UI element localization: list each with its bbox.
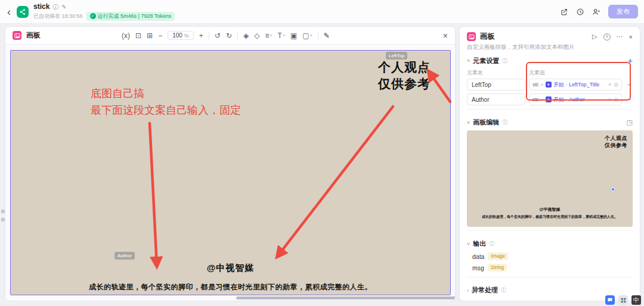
zoom-in-icon[interactable]: + [199,32,203,39]
artboard[interactable]: LeftTop 个人观点 仅供参考 底图自己搞 最下面这段文案自己输入，固定 A… [10,50,451,295]
shape-tool-icon[interactable]: ▢˅ [302,32,312,39]
bring-forward-icon[interactable]: ◇ [254,32,259,39]
type-selector[interactable]: str. ˅ [532,82,543,88]
chevron-down-icon: ˅ [310,33,312,38]
preview-headline-line2: 仅供参考 [605,142,627,149]
output-name: data [472,253,484,260]
expand-icon[interactable]: ◳ [627,118,633,126]
section-exception[interactable]: › 异常处理 ⓘ [460,281,640,297]
info-icon: ⓘ [502,118,507,126]
type-label: str. [532,82,540,88]
add-element-button[interactable]: + [628,56,633,65]
inspector-title: 画板 [480,32,495,42]
close-canvas-icon[interactable]: × [443,31,448,40]
output-item: msg String [460,262,640,273]
element-row: LeftTop str. ˅ 开始 · LeftTop_Title × ◎ − [460,79,640,90]
element-value-input[interactable]: str. ˅ 开始 · Author × ◎ [529,93,622,105]
redo-icon[interactable]: ↻ [226,32,232,39]
check-icon: ✓ [90,13,96,19]
canvas-edit-label: 画板编辑 [473,118,499,127]
section-canvas-edit[interactable]: ˅ 画板编辑 ⓘ ◳ [460,113,640,129]
back-icon[interactable]: ‹ [6,7,12,17]
type-label: str. [532,96,540,102]
column-name-label: 元素名 [467,69,529,77]
reference-value[interactable]: 开始 · LeftTop_Title [546,81,606,89]
type-selector[interactable]: str. ˅ [532,96,543,102]
chevron-down-icon: ˅ [467,241,470,247]
element-value-input[interactable]: str. ˅ 开始 · LeftTop_Title × ◎ [529,79,622,90]
artboard-caption[interactable]: 成长的轨迹里，每个坚实的脚印，都是习惯在时光里刻下的勋章，累积成完整的人生。 [11,282,450,292]
top-bar-right: 发布 [560,5,638,18]
reference-label: 开始 · LeftTop_Title [553,81,599,89]
canvas-viewport[interactable]: LeftTop 个人观点 仅供参考 底图自己搞 最下面这段文案自己输入，固定 A… [5,45,455,301]
remove-element-icon[interactable]: − [626,80,633,89]
variable-tool-icon[interactable]: (x) [122,32,130,39]
history-icon[interactable] [576,8,584,16]
chat-widget-icon[interactable] [605,295,615,305]
help-icon[interactable]: ? [603,33,611,40]
canvas-toolbar: (x) ⊡ ⊞ − 100 % + ↺ ↻ ◈ ◇ ≡˅ T˅ ▣ ▢˅ [122,27,330,44]
element-name-input[interactable]: Author [467,93,525,105]
edit-title-icon[interactable]: ✎ [61,3,66,11]
locate-icon[interactable]: ◎ [614,82,618,88]
status-widgets: 中 [605,295,641,305]
headline-line2: 仅供参考 [378,76,431,92]
section-output[interactable]: ˅ 输出 ⓘ [460,235,640,251]
reference-value[interactable]: 开始 · Author [546,96,606,104]
headline-line1: 个人观点 [378,59,431,76]
artboard-watermark[interactable]: @中视智媒 [11,263,450,274]
inspector-panel: 画板 ▷ ? ⋯ × 自定义画板排版，支持引用添加文本和图片 ˅ 元素设置 ⓘ … [459,26,640,301]
element-name-input[interactable]: LeftTop [467,79,525,90]
run-status-badge[interactable]: ✓ 运行完成 5m46s | 7928 Tokens [86,12,175,21]
fit-view-icon[interactable]: ⊡ [135,32,141,39]
divider [209,32,209,40]
preview-caption: 成长的轨迹里，每个坚实的脚印，都是习惯在时光里刻下的勋章，累积成完整的人生。 [469,214,630,220]
locate-icon[interactable]: ◎ [614,96,618,102]
chevron-right-icon: › [467,288,469,293]
publish-button[interactable]: 发布 [608,5,638,18]
canvas-panel: 画板 (x) ⊡ ⊞ − 100 % + ↺ ↻ ◈ ◇ ≡˅ T˅ ▣ [5,26,456,301]
ime-indicator[interactable]: 中 [631,295,641,305]
chevron-down-icon: ˅ [270,33,272,38]
info-icon[interactable]: ⓘ [52,3,58,11]
send-backward-icon[interactable]: ◈ [243,32,249,39]
zoom-level[interactable]: 100 % [168,31,194,40]
autosave-status: 已自动保存 18:30:56 [33,13,83,20]
divider [467,277,633,277]
artboard-preview[interactable]: 个人观点 仅供参考 @中视智媒 成长的轨迹里，每个坚实的脚印，都是习惯在时光里刻… [467,130,633,227]
horizontal-scrollbar[interactable] [236,296,456,299]
zoom-out-icon[interactable]: − [158,32,162,39]
remove-element-icon[interactable]: − [626,95,633,104]
pen-tool-icon[interactable]: ✎ [324,32,330,39]
chevron-down-icon: ˅ [541,83,543,87]
output-name: msg [472,264,484,271]
text-tool-icon[interactable]: T˅ [278,32,285,39]
share-icon[interactable] [560,8,568,16]
close-inspector-icon[interactable]: × [629,33,633,40]
inspector-actions: ▷ ? ⋯ × [592,33,633,40]
output-type-badge: Image [488,252,508,260]
undo-icon[interactable]: ↺ [215,32,221,39]
apps-widget-icon[interactable] [618,295,628,305]
more-icon[interactable]: ⋯ [617,33,623,40]
align-tool-icon[interactable]: ≡˅ [265,32,272,39]
output-type-badge: String [488,264,507,271]
test-run-icon[interactable]: ▷ [592,33,597,40]
clear-value-icon[interactable]: × [608,96,611,102]
chevron-down-icon: ˅ [541,98,543,102]
frame-tool-icon[interactable]: ⊞ [147,32,153,39]
clear-value-icon[interactable]: × [608,82,611,88]
image-tool-icon[interactable]: ▣ [290,32,297,39]
artboard-node-icon [467,32,476,41]
section-element-settings[interactable]: ˅ 元素设置 ⓘ + [460,51,640,68]
collaborate-icon[interactable] [592,8,600,16]
artboard-headline[interactable]: 个人观点 仅供参考 [378,59,431,92]
left-edge-toolbar[interactable] [0,210,6,221]
edge-handle-icon [1,218,5,221]
chevron-down-icon: ˅ [467,120,470,126]
artboard-node-icon [13,31,21,40]
note-line2: 最下面这段文案自己输入，固定 [91,102,241,118]
divider [467,109,633,110]
element-tag-author[interactable]: Author [114,252,135,260]
annotation-note: 底图自己搞 最下面这段文案自己输入，固定 [91,85,241,118]
